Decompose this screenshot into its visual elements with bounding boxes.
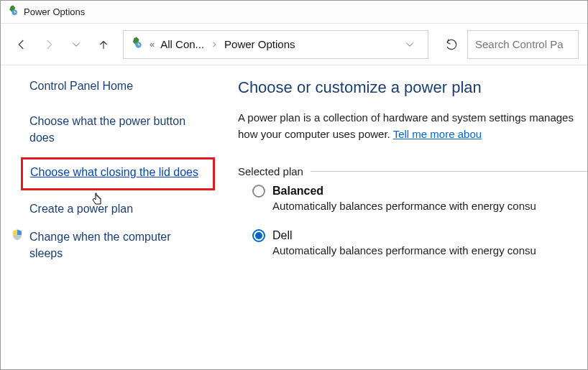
plan-balanced: Balanced Automatically balances performa… [252,185,587,212]
search-box[interactable] [467,30,579,59]
radio-balanced[interactable] [252,185,265,198]
window-title: Power Options [24,6,85,17]
main-panel: Choose or customize a power plan A power… [224,65,587,369]
sleep-link[interactable]: Change when the computer sleeps [29,228,188,262]
power-button-link[interactable]: Choose what the power button does [29,113,202,146]
back-button[interactable] [9,32,34,57]
location-icon [129,36,144,53]
plan-name-balanced[interactable]: Balanced [272,185,323,198]
plan-name-dell[interactable]: Dell [272,229,293,242]
refresh-button[interactable] [438,32,464,57]
address-bar[interactable]: « All Con... Power Options [123,30,428,59]
breadcrumb-prefix: « [148,39,156,50]
page-heading: Choose or customize a power plan [238,78,587,97]
control-panel-home-link[interactable]: Control Panel Home [29,80,206,93]
plan-desc-dell: Automatically balances performance with … [272,244,587,256]
forward-button[interactable] [37,32,61,57]
radio-dell[interactable] [252,229,265,242]
navigation-bar: « All Con... Power Options [1,24,587,65]
selected-plan-group: Selected plan Balanced Automatically bal… [238,158,587,256]
closing-lid-highlight: Choose what closing the lid does [21,157,215,190]
page-description: A power plan is a collection of hardware… [238,110,587,142]
chevron-right-icon[interactable] [208,32,220,57]
power-options-icon [6,4,19,20]
content-area: Control Panel Home Choose what the power… [1,65,587,369]
divider [310,171,587,172]
breadcrumb-seg-1[interactable]: All Con... [160,38,204,50]
closing-lid-link[interactable]: Choose what closing the lid does [30,164,203,180]
title-bar: Power Options [1,1,587,24]
address-dropdown[interactable] [398,32,422,57]
selected-plan-label: Selected plan [238,165,311,177]
create-plan-link[interactable]: Create a power plan [29,200,202,217]
plan-dell: Dell Automatically balances performance … [252,229,587,256]
shield-icon [11,228,24,244]
tell-me-more-link[interactable]: Tell me more abou [393,128,482,140]
plan-desc-balanced: Automatically balances performance with … [272,200,587,212]
up-button[interactable] [91,32,116,57]
recent-dropdown[interactable] [64,32,88,57]
search-input[interactable] [475,38,571,50]
sidebar: Control Panel Home Choose what the power… [1,65,224,369]
breadcrumb-seg-2[interactable]: Power Options [224,38,295,50]
